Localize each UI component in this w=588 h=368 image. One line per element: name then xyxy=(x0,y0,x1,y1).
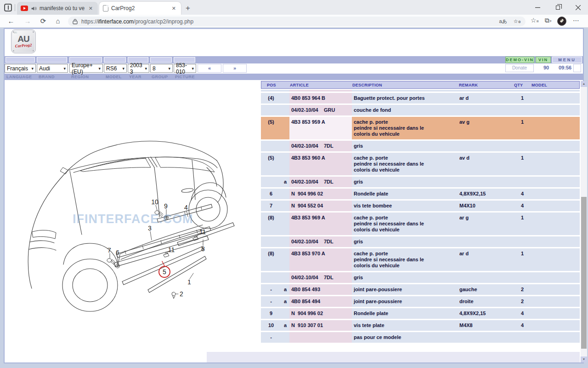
diagram-callout-7[interactable]: 7 xyxy=(107,247,111,254)
table-scrollbar[interactable]: ▲ ▼ xyxy=(581,81,587,362)
filter-box-brand[interactable] xyxy=(37,57,67,63)
art-cell: 4B3 853 959 A xyxy=(289,117,352,139)
refresh-icon[interactable]: ⟳ xyxy=(38,16,49,26)
label-region: REGION xyxy=(71,75,89,79)
sub-cell xyxy=(281,201,289,211)
diagram-callout-5[interactable]: 5 xyxy=(158,266,170,278)
forward-icon[interactable]: → xyxy=(22,16,33,26)
address-bar[interactable]: https://ifinterface.com/prog/car/cp2/inp… xyxy=(68,17,526,26)
diagram-callout-11[interactable]: 11 xyxy=(199,228,206,236)
carprog2-logo[interactable]: IFI AU CarProg2 xyxy=(11,29,36,53)
table-row[interactable]: 9N 904 996 02Rondelle plate4,8X9X2,154 xyxy=(261,308,580,319)
collections-icon[interactable]: ☆≡ xyxy=(531,17,539,24)
favorites-star-icon[interactable]: ☆⚙ xyxy=(514,18,521,24)
qty-cell: 1 xyxy=(514,248,531,271)
desc-cell: gris xyxy=(352,177,458,187)
table-row[interactable]: (8)4B3 853 970 Acache p. portepeindre si… xyxy=(261,248,580,271)
vin-button[interactable]: VIN xyxy=(536,57,551,63)
diagram-callout-9[interactable]: 9 xyxy=(164,202,168,210)
next-picture-button[interactable]: » xyxy=(223,64,247,73)
menu-button[interactable]: MENU xyxy=(552,57,582,63)
home-icon[interactable]: ⌂ xyxy=(52,16,63,26)
brand-select[interactable]: Audi▾ xyxy=(37,64,68,73)
translate-icon[interactable]: aあ xyxy=(499,18,507,25)
minimize-button[interactable] xyxy=(527,0,548,15)
picture-select[interactable]: 853-010▾ xyxy=(174,64,196,73)
table-row[interactable]: 04/02-10/04 GRUcouche de fond xyxy=(261,105,580,115)
desc-cell: pas pour ce modele xyxy=(352,332,458,343)
art-cell: 4B0 854 493 xyxy=(289,284,352,295)
tab-groups-icon[interactable]: ⧉+ xyxy=(545,17,552,24)
diagram-callout-11[interactable]: 11 xyxy=(168,246,175,253)
year-select[interactable]: 2003 3▾ xyxy=(128,64,149,73)
desc-cell: couche de fond xyxy=(352,105,458,115)
diagram-callout-6[interactable]: 6 xyxy=(116,249,119,256)
prev-picture-button[interactable]: « xyxy=(198,64,221,73)
table-row[interactable]: (8)4B3 853 969 Acache p. portepeindre si… xyxy=(261,213,580,235)
scroll-down-icon[interactable]: ▼ xyxy=(581,356,587,362)
diagram-callout-4[interactable]: 4 xyxy=(184,204,188,211)
more-menu-icon[interactable]: ⋯ xyxy=(573,17,579,24)
col-remark: REMARK xyxy=(459,83,514,87)
donate-button[interactable]: Donate xyxy=(505,64,534,72)
mod-cell xyxy=(531,153,580,175)
scrollbar-thumb[interactable] xyxy=(581,197,587,349)
diagram-callout-2[interactable]: 2 xyxy=(180,290,183,298)
table-row[interactable]: 7N 904 552 04vis tete bombeeM4X104 xyxy=(261,201,580,211)
table-row[interactable]: 6N 904 996 02Rondelle plate4,8X9X2,154 xyxy=(261,189,580,199)
mod-cell xyxy=(531,308,580,319)
table-row[interactable]: 10aN 910 307 01vis tete plateM4X84 xyxy=(261,320,580,331)
tab-youtube[interactable]: manifeste où tu veux mais v ✕ xyxy=(17,2,98,15)
credits-count: 90 xyxy=(543,65,549,70)
rem-cell: av g xyxy=(458,117,514,139)
group-select[interactable]: 8▾ xyxy=(150,64,173,73)
model-select[interactable]: RS6▾ xyxy=(104,64,127,73)
diagram-callout-10[interactable]: 10 xyxy=(151,198,158,206)
qty-cell xyxy=(514,105,531,115)
youtube-icon xyxy=(21,6,28,11)
sub-cell xyxy=(281,308,289,319)
table-row[interactable]: (5)4B3 853 960 Acache p. portepeindre si… xyxy=(261,153,580,175)
language-select[interactable]: Français▾ xyxy=(5,64,36,73)
profile-avatar[interactable] xyxy=(557,17,566,26)
desc-cell: cache p. portepeindre si necessaire dans… xyxy=(352,153,458,175)
table-row[interactable]: -a4B0 854 493joint pare-poussieregauche2 xyxy=(261,284,580,295)
close-button[interactable] xyxy=(568,0,588,15)
filter-box-group[interactable] xyxy=(150,57,172,63)
table-row[interactable]: a04/02-10/04 7DLgris xyxy=(261,177,580,187)
filter-box-language[interactable] xyxy=(6,57,35,63)
restore-button[interactable] xyxy=(548,0,568,15)
table-row[interactable]: (4)4B0 853 964 BBaguette protect. pour p… xyxy=(261,93,580,104)
filter-box-model[interactable] xyxy=(104,57,126,63)
back-icon[interactable]: ← xyxy=(6,16,17,26)
art-cell: N 910 307 01 xyxy=(289,320,352,331)
mod-cell xyxy=(531,189,580,199)
new-tab-button[interactable]: + xyxy=(186,4,190,13)
tab-close-icon[interactable]: ✕ xyxy=(170,6,177,12)
qty-cell xyxy=(514,141,531,151)
art-cell: 04/02-10/04 7DL xyxy=(289,141,352,151)
table-row[interactable]: 04/02-10/04 7DLgris xyxy=(261,141,580,151)
diagram-callout-1[interactable]: 1 xyxy=(187,278,191,286)
tab-title: CarProg2 xyxy=(111,5,168,12)
audio-playing-icon[interactable] xyxy=(31,6,37,12)
demo-vin-button[interactable]: DEMO-VIN xyxy=(505,57,534,63)
region-select[interactable]: Europe+ (EU)▾ xyxy=(69,64,103,73)
table-row[interactable]: 04/02-10/04 7DLgris xyxy=(261,272,580,283)
tab-actions-menu-icon[interactable] xyxy=(4,4,12,12)
diagram-callout-8[interactable]: 8 xyxy=(201,245,205,253)
table-row[interactable]: -pas pour ce modele xyxy=(261,332,580,343)
rem-cell xyxy=(458,177,514,187)
qty-cell: 4 xyxy=(514,308,531,319)
pos-cell: - xyxy=(261,332,281,343)
table-row[interactable]: -a4B0 854 494joint pare-poussieredroite2 xyxy=(261,296,580,307)
pos-cell: (4) xyxy=(261,93,281,104)
diagram-callout-3[interactable]: 3 xyxy=(148,224,152,232)
table-row[interactable]: 04/02-10/04 7DLgris xyxy=(261,236,580,247)
pos-cell: (8) xyxy=(261,213,281,235)
scroll-up-icon[interactable]: ▲ xyxy=(581,81,587,87)
tab-close-icon[interactable]: ✕ xyxy=(87,6,94,12)
mod-cell xyxy=(531,213,580,235)
tab-carprog2[interactable]: CarProg2 ✕ xyxy=(99,2,181,15)
table-row[interactable]: (5)4B3 853 959 Acache p. portepeindre si… xyxy=(261,117,580,139)
